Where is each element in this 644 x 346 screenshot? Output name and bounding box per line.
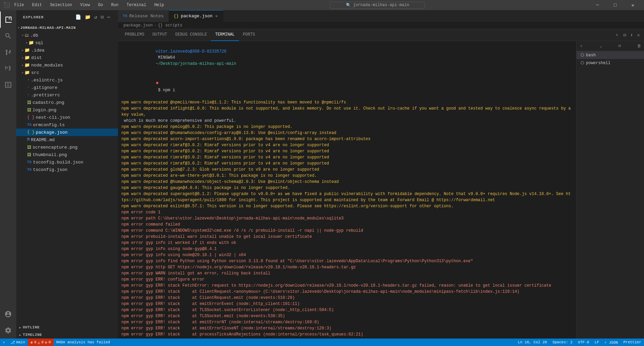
tree-item-label: tsconfig.json: [33, 167, 67, 172]
tree-dist-folder[interactable]: ▸ 📁 dist: [16, 54, 118, 61]
menu-run[interactable]: Run: [110, 2, 120, 8]
tab-ports[interactable]: PORTS: [239, 29, 259, 41]
collapse-all-icon[interactable]: ⊟: [100, 14, 104, 21]
terminal-line: npm error path C:\Users\vitor.lazevedo\D…: [121, 215, 573, 222]
tree-prettierrc-file[interactable]: · .prettierrc: [16, 91, 118, 99]
menu-terminal[interactable]: Terminal: [125, 2, 148, 8]
breadcrumb-section[interactable]: {} scripts: [158, 23, 182, 28]
terminal-line: npm error gyp http GET https://nodejs.or…: [121, 264, 573, 270]
more-actions-icon[interactable]: ⋯: [107, 14, 111, 21]
tree-src-folder[interactable]: ▸ 📁 src: [16, 69, 118, 76]
terminal-icon: ⬡: [581, 53, 584, 58]
formatter-label: Prettier: [623, 340, 641, 344]
main-container: EXPLORER 📄 📁 ↺ ⊟ ⋯ ▾ JORNADA-MILHAS-API-…: [0, 10, 644, 339]
activity-run-debug[interactable]: [0, 60, 16, 77]
svg-rect-3: [11, 17, 12, 20]
minimize-button[interactable]: ─: [590, 0, 605, 10]
tree-gitignore-file[interactable]: · .gitignore: [16, 84, 118, 91]
new-file-icon[interactable]: 📄: [75, 14, 82, 21]
search-bar[interactable]: 🔍 jornada-milhas-api-main: [330, 2, 425, 9]
tab-output[interactable]: OUTPUT: [149, 29, 171, 41]
outline-section[interactable]: ▸ OUTLINE: [16, 324, 118, 331]
encoding[interactable]: UTF-8: [575, 339, 592, 346]
menu-view[interactable]: View: [79, 2, 91, 8]
menu-selection[interactable]: Selection: [49, 2, 74, 8]
terminal-line: npm warn deprecated eslint@8.57.1: This …: [121, 203, 573, 209]
remote-icon: ⚡: [3, 340, 5, 345]
menu-file[interactable]: File: [13, 2, 25, 8]
maximize-button[interactable]: □: [607, 0, 623, 10]
tree-db-folder[interactable]: ▾ 🗂 .db: [16, 32, 118, 39]
line-ending[interactable]: LF: [592, 339, 602, 346]
formatter[interactable]: Prettier: [621, 339, 644, 346]
sidebar: EXPLORER 📄 📁 ↺ ⊟ ⋯ ▾ JORNADA-MILHAS-API-…: [16, 10, 118, 339]
split-terminal-icon[interactable]: ⊟: [622, 32, 627, 39]
tree-nestcli-file[interactable]: { } nest-cli.json: [16, 114, 118, 121]
activity-explorer[interactable]: [0, 12, 16, 28]
close-panel-icon[interactable]: ✕: [636, 32, 641, 39]
folder-icon: 🗂: [24, 33, 29, 38]
file-icon: ·: [27, 93, 30, 97]
tree-screencapture-file[interactable]: 🖼 screencapture.png: [16, 143, 118, 151]
language-label: ✓ JSON: [605, 340, 618, 345]
explorer-title: EXPLORER: [23, 15, 44, 19]
session-bash[interactable]: ⬡ bash: [577, 51, 644, 59]
terminal-line: npm error gyp info it worked if it ends …: [121, 240, 573, 246]
tree-project-root[interactable]: ▾ JORNADA-MILHAS-API-MAIN: [16, 24, 118, 32]
remote-indicator[interactable]: ⚡: [0, 339, 8, 346]
terminal-line: npm warn deprecated rimraf@3.0.2: Rimraf…: [121, 142, 573, 148]
terminal-line: npm error gyp ERR! stack at emitErrorClo…: [121, 325, 573, 331]
activity-extensions[interactable]: [0, 77, 16, 93]
activity-accounts[interactable]: [0, 306, 16, 322]
trash-icon[interactable]: 🗑: [637, 43, 641, 49]
activity-source-control[interactable]: [0, 44, 16, 60]
terminal-body[interactable]: vitor.lazevedo@308-D-02335726 MINGW64 ~/…: [118, 41, 576, 339]
add-terminal-icon[interactable]: ＋: [613, 31, 621, 39]
maximize-panel-icon[interactable]: ⬆: [629, 32, 634, 39]
tree-tsconfig-build-file[interactable]: TS tsconfig.build.json: [16, 158, 118, 166]
tree-thumbnail-file[interactable]: 🖼 thumbnail.png: [16, 151, 118, 158]
tree-eslintrc-file[interactable]: · .eslintrc.js: [16, 76, 118, 84]
language-mode[interactable]: ✓ JSON: [602, 339, 621, 346]
menu-go[interactable]: Go: [97, 2, 104, 8]
project-name-label: JORNADA-MILHAS-API-MAIN: [20, 26, 76, 30]
breadcrumb-file[interactable]: package.json: [123, 23, 153, 28]
new-folder-icon[interactable]: 📁: [84, 14, 92, 21]
tab-close-button[interactable]: ✕: [215, 13, 218, 19]
activity-settings[interactable]: [0, 322, 16, 339]
tree-readme-file[interactable]: M README.md: [16, 136, 118, 143]
close-button[interactable]: ✕: [625, 0, 641, 10]
chevron-down-icon[interactable]: ⌄: [600, 43, 602, 49]
tree-cadastro-file[interactable]: 🖼 cadastro.png: [16, 99, 118, 106]
session-powershell[interactable]: ⬡ powershell: [577, 59, 644, 67]
tree-node-modules-folder[interactable]: ▸ 📁 node_modules: [16, 61, 118, 69]
menu-edit[interactable]: Edit: [31, 2, 43, 8]
indentation[interactable]: Spaces: 2: [550, 339, 575, 346]
terminal-prompt-user: vitor.lazevedo@308-D-02335726: [156, 49, 227, 54]
split-icon[interactable]: ⊟: [619, 43, 621, 49]
tree-tsconfig-file[interactable]: TS tsconfig.json: [16, 166, 118, 173]
tab-release-notes[interactable]: TS Release Notes: [118, 10, 169, 22]
rhda-status[interactable]: RHDA analysis has failed: [54, 339, 113, 346]
timeline-section[interactable]: ▸ TIMELINE: [16, 331, 118, 339]
error-count[interactable]: ⊗ 0 △ 0 ⊘ 0: [28, 339, 54, 346]
tree-idea-folder[interactable]: ▸ 📁 .idea: [16, 46, 118, 54]
tab-debug-console[interactable]: DEBUG CONSOLE: [171, 29, 211, 41]
refresh-icon[interactable]: ↺: [94, 14, 98, 21]
terminal-tabs-bar: PROBLEMS OUTPUT DEBUG CONSOLE TERMINAL P…: [118, 29, 644, 41]
plus-icon[interactable]: ＋: [579, 43, 583, 49]
git-branch[interactable]: ⎇ main: [8, 339, 28, 346]
tab-problems[interactable]: PROBLEMS: [121, 29, 149, 41]
terminal-line: vitor.lazevedo@308-D-02335726 MINGW64 ~/…: [121, 42, 573, 73]
tree-sql-folder[interactable]: ▸ 📁 sql: [16, 39, 118, 46]
tree-ormconfig-file[interactable]: TS ormconfig.ts: [16, 121, 118, 129]
tree-item-label: package.json: [36, 130, 68, 135]
activity-search[interactable]: [0, 28, 16, 44]
tree-package-json-file[interactable]: { } package.json: [16, 129, 118, 136]
tab-package-json[interactable]: {} package.json ✕: [169, 10, 223, 22]
menu-help[interactable]: Help: [153, 2, 165, 8]
tab-terminal[interactable]: TERMINAL: [211, 29, 239, 41]
tree-login-file[interactable]: 🖼 login.png: [16, 106, 118, 114]
cursor-position[interactable]: Ln 16, Col 20: [515, 339, 550, 346]
git-branch-label: main: [16, 340, 25, 344]
